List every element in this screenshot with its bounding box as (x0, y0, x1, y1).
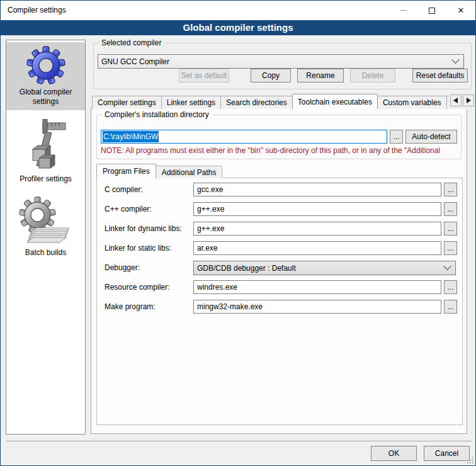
static-linker-browse-button[interactable]: ... (444, 241, 457, 255)
program-files-subtabs: Program Files Additional Paths (96, 164, 222, 178)
installation-directory-group-label: Compiler's installation directory (102, 110, 212, 120)
delete-button: Delete (350, 69, 395, 82)
window-controls: ✕ (388, 1, 475, 20)
cpp-compiler-browse-button[interactable]: ... (444, 202, 457, 216)
rename-button[interactable]: Rename (297, 69, 344, 82)
installation-directory-group: Compiler's installation directory C:\ray… (96, 115, 462, 159)
compiler-settings-tabs: Compiler settings Linker settings Search… (92, 94, 475, 109)
make-program-label: Make program: (105, 300, 156, 314)
minimize-icon (400, 10, 407, 11)
static-linker-label: Linker for static libs: (105, 241, 171, 255)
maximize-button[interactable] (417, 1, 446, 20)
tab-custom-variables[interactable]: Custom variables (377, 96, 447, 109)
c-compiler-row: C compiler: gcc.exe ... (97, 183, 462, 197)
debugger-select-value: GDB/CDB debugger : Default (194, 264, 445, 273)
maximize-icon (429, 8, 435, 14)
ok-button[interactable]: OK (371, 446, 417, 461)
settings-category-list: Global compiler settings (6, 40, 86, 435)
sidebar-item-global-compiler-settings[interactable]: Global compiler settings (6, 42, 85, 110)
cpp-compiler-input[interactable]: g++.exe (193, 202, 441, 216)
sidebar-item-batch-builds[interactable]: Batch builds (6, 193, 85, 261)
program-files-page: C compiler: gcc.exe ... C++ compiler: g+… (96, 178, 463, 425)
blue-gear-icon (26, 46, 65, 85)
make-program-input[interactable]: mingw32-make.exe (193, 300, 441, 314)
resource-compiler-row: Resource compiler: windres.exe ... (97, 280, 462, 295)
sidebar-item-label: Global compiler settings (8, 88, 84, 106)
c-compiler-label: C compiler: (105, 183, 143, 196)
cpp-compiler-label: C++ compiler: (105, 202, 152, 216)
static-linker-row: Linker for static libs: ar.exe ... (97, 241, 462, 256)
dynamic-linker-label: Linker for dynamic libs: (105, 222, 182, 236)
toolchain-executables-page: Compiler's installation directory C:\ray… (91, 108, 467, 434)
dynamic-linker-browse-button[interactable]: ... (444, 222, 457, 236)
window-title: Compiler settings (8, 6, 66, 14)
tab-scroll-arrows (449, 94, 474, 108)
installation-directory-browse-button[interactable]: ... (390, 130, 403, 144)
dialog-banner: Global compiler settings (1, 20, 475, 35)
batch-builds-gear-icon (19, 196, 73, 246)
c-compiler-input[interactable]: gcc.exe (193, 183, 441, 196)
static-linker-input[interactable]: ar.exe (193, 241, 441, 255)
dynamic-linker-row: Linker for dynamic libs: g++.exe ... (97, 222, 462, 236)
set-as-default-button: Set as default (179, 69, 229, 82)
sidebar-item-profiler-settings[interactable]: Profiler settings (6, 115, 85, 188)
make-program-browse-button[interactable]: ... (444, 300, 457, 314)
cpp-compiler-row: C++ compiler: g++.exe ... (97, 202, 462, 217)
resource-compiler-input[interactable]: windres.exe (193, 280, 441, 294)
compiler-select-value: GNU GCC Compiler (98, 57, 453, 66)
compiler-settings-dialog: Compiler settings ✕ Global compiler sett… (0, 0, 476, 466)
copy-button[interactable]: Copy (251, 69, 291, 82)
installation-directory-input[interactable]: C:\raylib\MinGW (101, 130, 387, 144)
sidebar-item-label: Profiler settings (20, 174, 72, 184)
close-button[interactable]: ✕ (446, 1, 475, 20)
title-bar[interactable]: Compiler settings ✕ (1, 1, 475, 20)
compiler-select[interactable]: GNU GCC Compiler (98, 54, 464, 69)
dynamic-linker-input[interactable]: g++.exe (193, 222, 441, 236)
installation-directory-value: C:\raylib\MinGW (103, 131, 159, 142)
c-compiler-browse-button[interactable]: ... (444, 183, 457, 196)
make-program-row: Make program: mingw32-make.exe ... (97, 300, 462, 314)
selected-compiler-group-label: Selected compiler (99, 38, 164, 48)
debugger-select[interactable]: GDB/CDB debugger : Default (193, 261, 456, 275)
tab-scroll-right-button[interactable] (463, 94, 474, 106)
tab-toolchain-executables[interactable]: Toolchain executables (292, 94, 378, 109)
reset-defaults-button[interactable]: Reset defaults (412, 69, 468, 82)
footer-divider (6, 441, 472, 442)
debugger-row: Debugger: GDB/CDB debugger : Default (97, 261, 462, 275)
debugger-label: Debugger: (105, 261, 140, 275)
chevron-down-icon (443, 262, 451, 270)
caliper-icon (24, 119, 68, 172)
auto-detect-button[interactable]: Auto-detect (405, 130, 457, 144)
resize-grip[interactable] (466, 456, 474, 464)
chevron-down-icon (451, 55, 460, 64)
resource-compiler-label: Resource compiler: (105, 280, 169, 294)
cancel-button[interactable]: Cancel (424, 446, 470, 461)
subtab-program-files[interactable]: Program Files (96, 164, 156, 178)
arrow-right-icon (466, 98, 471, 103)
tab-search-directories[interactable]: Search directories (220, 96, 293, 109)
tab-linker-settings[interactable]: Linker settings (161, 96, 221, 109)
sidebar-item-label: Batch builds (25, 248, 66, 258)
subtab-additional-paths[interactable]: Additional Paths (156, 166, 223, 178)
arrow-left-icon (453, 98, 458, 103)
selected-compiler-group: Selected compiler GNU GCC Compiler Set a… (93, 43, 472, 89)
installation-directory-note: NOTE: All programs must exist either in … (101, 146, 461, 155)
minimize-button (388, 1, 417, 20)
resource-compiler-browse-button[interactable]: ... (444, 280, 457, 294)
tab-compiler-settings[interactable]: Compiler settings (92, 96, 162, 109)
close-icon: ✕ (458, 6, 465, 14)
tab-scroll-left-button[interactable] (450, 94, 462, 106)
